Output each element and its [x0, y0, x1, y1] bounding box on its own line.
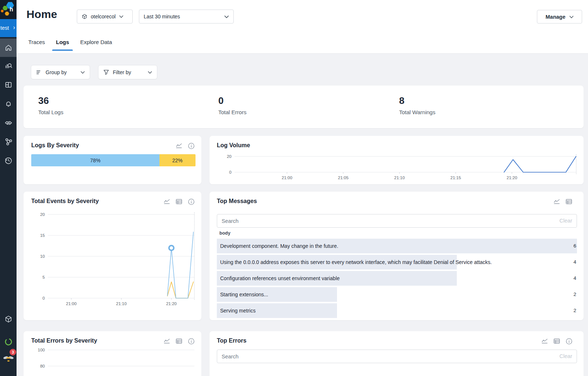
sidebar-item-support[interactable]: 3 [0, 349, 17, 367]
tab-logs[interactable]: Logs [55, 36, 70, 51]
line-chart-icon[interactable] [175, 142, 183, 149]
search-input[interactable] [217, 214, 537, 227]
history-clock-icon [4, 156, 12, 164]
svg-text:21:10: 21:10 [394, 176, 405, 180]
topbar: Home otelcorecol Last 30 minutes Manage … [17, 0, 588, 54]
tab-explore-data[interactable]: Explore Data [79, 36, 113, 51]
stat-value: 0 [218, 95, 247, 106]
table-icon[interactable] [565, 198, 573, 205]
message-row[interactable]: Development component. May change in the… [217, 239, 577, 253]
manage-button[interactable]: Manage [537, 10, 582, 24]
tab-traces[interactable]: Traces [28, 36, 46, 51]
messages-search-box: Clear [217, 214, 577, 228]
total-events-card: Total Events by Severity 2015105021:0021… [24, 192, 201, 320]
info-icon[interactable] [565, 337, 573, 345]
severity-bar[interactable]: 78% 22% [31, 154, 196, 166]
sidebar-item-datasets[interactable] [0, 310, 17, 328]
logo-h-letter: h [10, 6, 13, 13]
line-chart-icon[interactable] [163, 198, 171, 205]
line-chart-icon[interactable] [163, 337, 171, 345]
clear-button[interactable]: Clear [559, 218, 572, 224]
sidebar-item-boards[interactable] [0, 76, 17, 94]
sidebar-item-home[interactable] [0, 39, 17, 57]
severity-segment-info[interactable]: 78% [31, 154, 159, 166]
svg-text:15: 15 [40, 233, 45, 238]
message-count: 6 [573, 243, 576, 249]
search-input[interactable] [217, 350, 537, 363]
card-actions [553, 198, 573, 205]
status-ring-icon [4, 338, 12, 346]
cube-icon [82, 14, 87, 19]
message-text: Configuration references unset environme… [220, 275, 340, 281]
message-row[interactable]: Configuration references unset environme… [217, 271, 577, 286]
message-row[interactable]: Serving metrics 2 [217, 303, 577, 318]
svg-text:21:00: 21:00 [66, 301, 77, 306]
group-by-button[interactable]: Group by [31, 65, 90, 79]
sidebar-item-status[interactable] [0, 333, 17, 351]
card-actions [163, 337, 195, 345]
stat-total-errors: 0 Total Errors [218, 95, 247, 115]
svg-text:10: 10 [40, 254, 45, 258]
total-errors-card: Total Errors by Severity 10080 [24, 331, 201, 376]
sidebar-item-alerts[interactable] [0, 95, 17, 113]
total-errors-chart[interactable]: 10080 [31, 345, 196, 376]
card-title: Top Errors [217, 337, 247, 344]
notification-badge: 3 [10, 349, 16, 355]
line-chart-icon[interactable] [553, 198, 560, 205]
cube-icon [4, 315, 12, 323]
logo-hex-orange [1, 10, 4, 12]
group-by-label: Group by [46, 69, 67, 75]
total-events-chart[interactable]: 2015105021:0021:1021:20 [31, 209, 196, 316]
info-icon[interactable] [187, 198, 195, 205]
table-icon[interactable] [175, 198, 183, 205]
dataset-select[interactable]: otelcorecol [77, 10, 133, 24]
svg-text:21:10: 21:10 [116, 301, 127, 306]
card-actions [163, 198, 195, 205]
line-chart-icon[interactable] [541, 337, 548, 345]
stats-card: 36 Total Logs 0 Total Errors 8 Total War… [24, 86, 584, 128]
card-title: Total Events by Severity [31, 198, 99, 205]
sidebar: h test › [0, 0, 17, 376]
message-text: Starting extensions... [220, 292, 268, 297]
stat-label: Total Warnings [399, 109, 435, 115]
message-count: 4 [573, 275, 576, 281]
sidebar-item-service-map[interactable] [0, 133, 17, 151]
sidebar-item-slos[interactable] [0, 114, 17, 132]
stat-total-logs: 36 Total Logs [38, 95, 63, 115]
segment-percent: 22% [172, 158, 183, 163]
service-map-icon [4, 138, 12, 146]
message-count: 4 [573, 259, 576, 265]
svg-text:0: 0 [43, 296, 45, 300]
svg-text:21:20: 21:20 [507, 176, 517, 180]
stat-label: Total Logs [38, 109, 63, 115]
card-actions [175, 142, 195, 149]
logo-hex-amber [5, 11, 9, 16]
table-icon[interactable] [553, 337, 560, 345]
message-row[interactable]: Starting extensions... 2 [217, 287, 577, 302]
message-row[interactable]: Using the 0.0.0.0 address exposes this s… [217, 255, 577, 270]
chevron-down-icon [119, 15, 123, 18]
info-icon[interactable] [187, 142, 195, 149]
errors-search-box: Clear [217, 350, 577, 363]
bell-icon [4, 100, 12, 108]
time-range-select[interactable]: Last 30 minutes [139, 10, 234, 24]
severity-segment-warn[interactable]: 22% [159, 154, 196, 166]
svg-text:5: 5 [43, 275, 45, 279]
svg-text:0: 0 [229, 170, 232, 174]
message-text: Development component. May change in the… [220, 243, 338, 249]
card-title: Logs By Severity [31, 142, 79, 149]
environment-selector[interactable]: test › [0, 19, 17, 37]
card-actions [541, 337, 573, 345]
log-volume-chart[interactable]: 20021:0021:0521:1021:1521:20 [217, 151, 581, 184]
table-icon[interactable] [175, 337, 183, 345]
honeycomb-logo[interactable]: h [0, 0, 17, 19]
stat-value: 8 [399, 95, 435, 106]
info-icon[interactable] [187, 337, 195, 345]
sidebar-item-query[interactable] [0, 57, 17, 75]
clear-button[interactable]: Clear [559, 353, 572, 359]
svg-text:21:15: 21:15 [451, 176, 461, 180]
filter-by-button[interactable]: Filter by [98, 65, 157, 79]
stat-label: Total Errors [218, 109, 247, 115]
home-icon [4, 44, 12, 52]
sidebar-item-history[interactable] [0, 151, 17, 170]
